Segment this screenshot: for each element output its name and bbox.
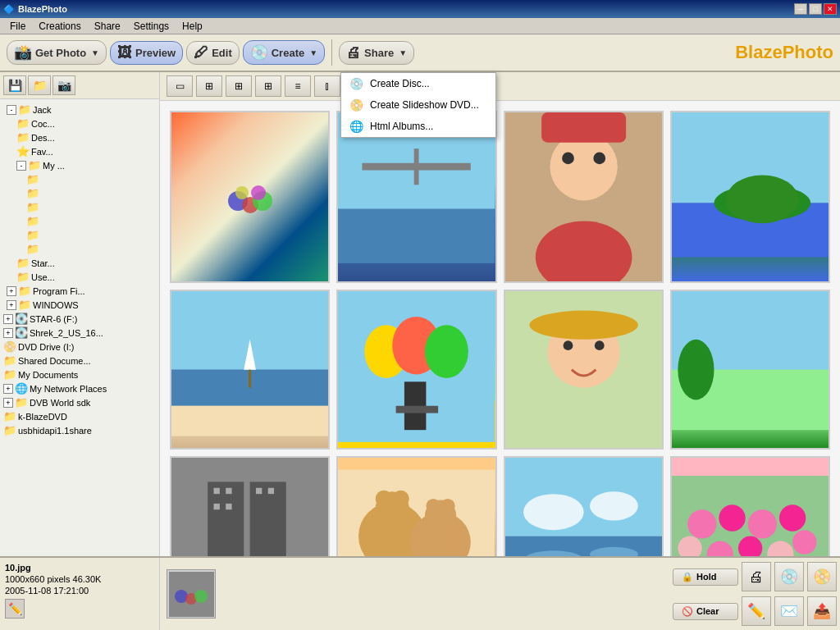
svg-point-65 (719, 505, 745, 532)
expand-icon[interactable]: + (3, 384, 13, 394)
svg-point-27 (425, 325, 468, 378)
create-disc-item[interactable]: 💿 Create Disc... (341, 73, 495, 94)
hold-button[interactable]: 🔒 Hold (673, 568, 738, 586)
folder-icon: 📁 (3, 410, 16, 422)
maximize-button[interactable]: □ (809, 3, 822, 15)
tree-item-coc[interactable]: 📁 Coc... (0, 116, 159, 130)
app-icon: 🔷 (3, 4, 15, 15)
photo-12[interactable] (670, 456, 830, 556)
edit-status-icon[interactable]: ✏️ (5, 599, 25, 619)
photo-4[interactable] (670, 111, 830, 283)
tree-item-sub6[interactable]: 📁 (0, 242, 159, 256)
titlebar-controls: ─ □ ✕ (794, 3, 837, 15)
sidebar-camera-button[interactable]: 📷 (52, 75, 75, 95)
expand-icon[interactable]: + (3, 314, 13, 324)
create-slideshow-item[interactable]: 📀 Create Slideshow DVD... (341, 94, 495, 116)
tree-item-shared[interactable]: 📁 Shared Docume... (0, 354, 159, 368)
view-filmstrip-h-button[interactable]: ≡ (285, 75, 311, 97)
tree-item-fav[interactable]: ⭐ Fav... (0, 144, 159, 158)
menu-file[interactable]: File (3, 19, 32, 34)
tree-item-jack[interactable]: - 📁 Jack (0, 103, 159, 116)
sidebar-folder-button[interactable]: 📁 (28, 75, 51, 95)
tree-item-sub4[interactable]: 📁 (0, 214, 159, 228)
photo-5-image (171, 291, 328, 448)
photo-11[interactable] (504, 456, 664, 556)
get-photo-button[interactable]: 📸 Get Photo ▼ (7, 40, 107, 65)
create-html-item[interactable]: 🌐 Html Albums... (341, 116, 495, 137)
tree-item-my[interactable]: - 📁 My ... (0, 158, 159, 172)
view-2x2-button[interactable]: ⊞ (196, 75, 222, 97)
tree-item-kblaze[interactable]: 📁 k-BlazeDVD (0, 409, 159, 423)
edit-button[interactable]: 🖊 Edit (186, 41, 240, 65)
expand-icon[interactable]: + (3, 398, 13, 408)
tree-item-sub5[interactable]: 📁 (0, 228, 159, 242)
folder-icon: 📁 (16, 257, 30, 269)
preview-button[interactable]: 🖼 Preview (110, 41, 183, 65)
photo-6[interactable] (336, 290, 496, 450)
tree-item-star6[interactable]: + 💽 STAR-6 (F:) (0, 312, 159, 326)
folder-icon: 📀 (3, 340, 16, 353)
tree-item-dvbworld[interactable]: + 📁 DVB World sdk (0, 395, 159, 409)
tree-item-star[interactable]: 📁 Star... (0, 256, 159, 270)
photo-1[interactable] (170, 111, 330, 283)
burn-cd-button[interactable]: 💿 (774, 562, 804, 591)
tree-item-use[interactable]: 📁 Use... (0, 270, 159, 284)
share-button[interactable]: 🖨 Share ▼ (339, 41, 414, 65)
folder-icon: 📁 (26, 215, 39, 227)
tree-item-dvd[interactable]: 📀 DVD Drive (I:) (0, 340, 159, 354)
menu-share[interactable]: Share (88, 19, 127, 34)
close-button[interactable]: ✕ (824, 3, 837, 15)
svg-point-38 (678, 340, 714, 400)
tree-item-usbhid[interactable]: 📁 usbhidapi1.1share (0, 423, 159, 437)
photo-5[interactable] (170, 290, 330, 450)
tree-item-network[interactable]: + 🌐 My Network Places (0, 381, 159, 395)
email-button[interactable]: ✉️ (774, 596, 804, 626)
action-row-2: 🚫 Clear ✏️ ✉️ 📤 (673, 596, 837, 626)
svg-point-13 (562, 153, 574, 165)
share-arrow: ▼ (399, 48, 407, 57)
folder-icon: 📁 (16, 117, 30, 130)
svg-point-10 (550, 133, 617, 200)
menu-help[interactable]: Help (176, 19, 209, 34)
expand-icon[interactable]: + (7, 300, 16, 310)
svg-point-54 (392, 491, 409, 508)
clear-button[interactable]: 🚫 Clear (673, 603, 738, 620)
sidebar-save-button[interactable]: 💾 (3, 75, 26, 95)
expand-icon[interactable]: - (16, 161, 26, 171)
expand-icon[interactable]: + (7, 286, 16, 296)
tree-item-shrek[interactable]: + 💽 Shrek_2_US_16... (0, 326, 159, 340)
view-single-button[interactable]: ▭ (167, 75, 193, 97)
view-filmstrip-v-button[interactable]: ⫿ (314, 75, 340, 97)
tree-item-mydocs[interactable]: 📁 My Documents (0, 368, 159, 381)
tree-item-sub3[interactable]: 📁 (0, 200, 159, 214)
create-button[interactable]: 💿 Create ▼ (243, 40, 325, 65)
tree-item-program[interactable]: + 📁 Program Fi... (0, 284, 159, 298)
burn-dvd-button[interactable]: 📀 (807, 562, 837, 591)
photo-8[interactable] (670, 290, 830, 450)
print-button[interactable]: 🖨 (742, 562, 771, 591)
create-slideshow-icon: 📀 (349, 98, 363, 112)
view-4x4-button[interactable]: ⊞ (255, 75, 281, 97)
minimize-button[interactable]: ─ (794, 3, 807, 15)
status-actions: 🔒 Hold 🖨 💿 📀 🚫 Clear ✏️ ✉️ 📤 (669, 558, 840, 630)
tree-item-sub1[interactable]: 📁 (0, 172, 159, 186)
expand-icon[interactable]: + (3, 328, 13, 338)
view-3x3-button[interactable]: ⊞ (226, 75, 252, 97)
photo-1-image (171, 112, 328, 281)
folder-icon: 📁 (28, 159, 41, 171)
svg-rect-46 (256, 488, 262, 494)
photo-3[interactable] (504, 111, 664, 283)
edit2-button[interactable]: ✏️ (742, 596, 771, 626)
export-button[interactable]: 📤 (807, 596, 837, 626)
photo-9[interactable] (170, 456, 330, 556)
menu-settings[interactable]: Settings (127, 19, 176, 34)
expand-icon[interactable]: - (7, 105, 16, 115)
svg-point-59 (589, 491, 637, 520)
tree-item-windows[interactable]: + 📁 WINDOWS (0, 298, 159, 312)
photo-7[interactable] (504, 290, 664, 450)
menu-creations[interactable]: Creations (32, 19, 87, 34)
tree-item-sub2[interactable]: 📁 (0, 186, 159, 200)
hold-label: Hold (696, 572, 716, 582)
photo-10[interactable] (336, 456, 496, 556)
tree-item-des[interactable]: 📁 Des... (0, 130, 159, 144)
